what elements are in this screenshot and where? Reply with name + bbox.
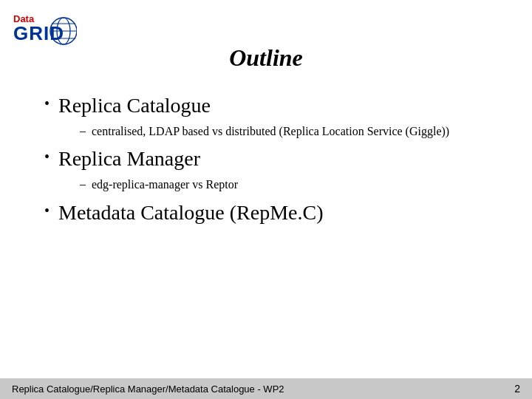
footer-page-number: 2 [514, 383, 520, 395]
footer-text: Replica Catalogue/Replica Manager/Metada… [12, 383, 284, 395]
logo: GRID Data [10, 9, 77, 50]
slide-title: Outline [44, 44, 488, 72]
sub-bullet-text-2-1: edg-replica-manager vs Reptor [92, 177, 238, 193]
slide-content: Outline • Replica Catalogue – centralise… [0, 7, 532, 247]
bullet-item-3: • Metadata Catalogue (RepMe.C) [44, 201, 488, 225]
bullet-section-2: • Replica Manager – edg-replica-manager … [44, 147, 488, 193]
sub-dash-2-1: – [80, 177, 86, 191]
sub-dash-1-1: – [80, 124, 86, 137]
bullet-text-2: Replica Manager [58, 147, 200, 171]
footer: Replica Catalogue/Replica Manager/Metada… [0, 378, 532, 399]
bullet-dot-2: • [44, 149, 50, 166]
bullet-text-1: Replica Catalogue [58, 94, 211, 117]
bullet-section-1: • Replica Catalogue – centralised, LDAP … [44, 94, 488, 140]
sub-bullet-text-1-1: centralised, LDAP based vs distributed (… [92, 123, 449, 140]
bullet-dot-3: • [44, 202, 50, 219]
bullet-text-3: Metadata Catalogue (RepMe.C) [58, 201, 323, 225]
bullet-section-3: • Metadata Catalogue (RepMe.C) [44, 201, 488, 225]
bullet-item-1: • Replica Catalogue [44, 94, 488, 117]
svg-text:Data: Data [13, 13, 35, 24]
bullet-dot-1: • [44, 95, 50, 112]
sub-bullet-section-1: – centralised, LDAP based vs distributed… [44, 123, 488, 140]
sub-bullet-item-1-1: – centralised, LDAP based vs distributed… [80, 123, 488, 140]
sub-bullet-item-2-1: – edg-replica-manager vs Reptor [80, 177, 488, 193]
sub-bullet-section-2: – edg-replica-manager vs Reptor [44, 177, 488, 193]
bullet-item-2: • Replica Manager [44, 147, 488, 171]
